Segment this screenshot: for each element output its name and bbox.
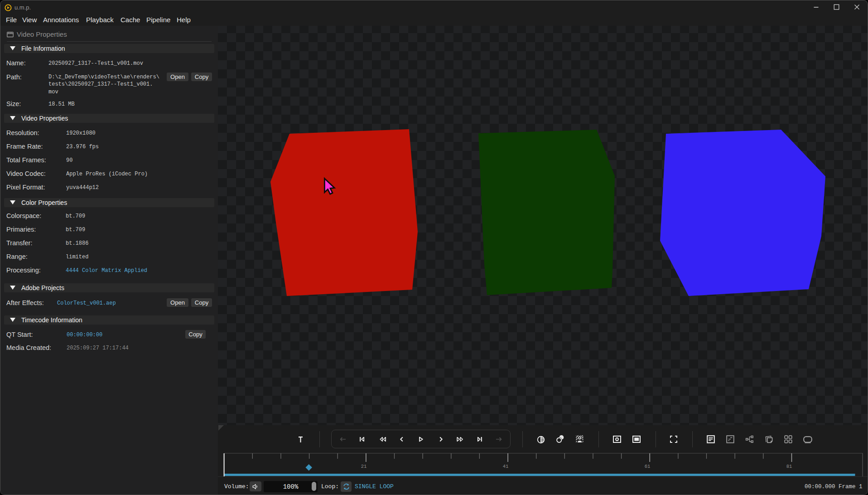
- svg-text:61: 61: [645, 464, 651, 469]
- svg-text:21: 21: [361, 464, 367, 469]
- svg-text:41: 41: [503, 464, 509, 469]
- svg-text:81: 81: [786, 464, 792, 469]
